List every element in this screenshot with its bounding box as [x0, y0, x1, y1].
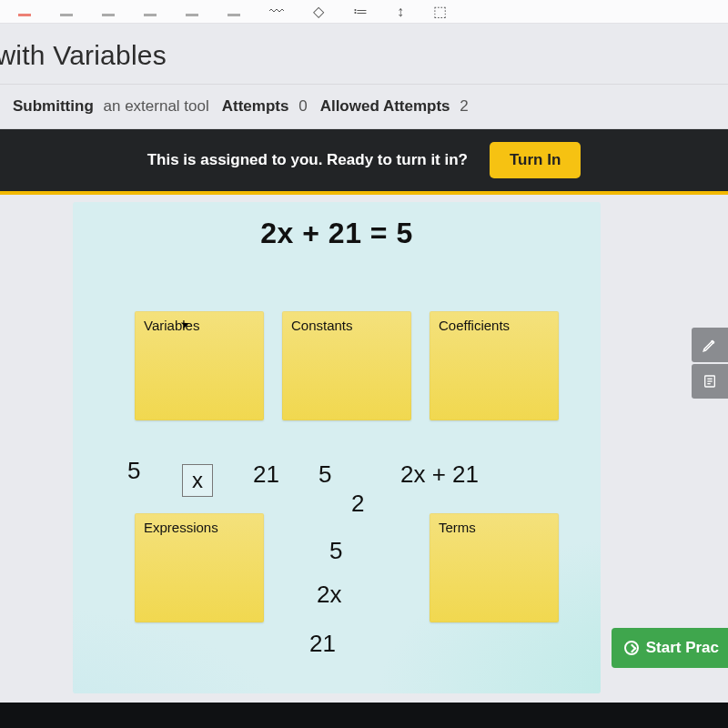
tool-icon[interactable]: ≔ — [353, 3, 368, 20]
activity-canvas[interactable]: 2x + 21 = 5 Variables ➤ Constants Coeffi… — [73, 202, 601, 693]
sticky-label: Coefficients — [430, 311, 559, 339]
turn-in-prompt: This is assigned to you. Ready to turn i… — [147, 151, 468, 169]
attempts-value: 0 — [298, 97, 307, 115]
sticky-label: Constants — [282, 311, 411, 339]
side-tool-rail — [692, 328, 728, 399]
allowed-attempts-label: Allowed Attempts — [320, 97, 450, 115]
turn-in-bar: This is assigned to you. Ready to turn i… — [0, 129, 728, 195]
tool-icon[interactable]: ◇ — [313, 3, 324, 20]
chip-21[interactable]: 21 — [253, 460, 279, 489]
attempts-label: Attempts — [222, 97, 289, 115]
start-practice-button[interactable]: Start Prac — [612, 628, 728, 668]
assignment-meta: 00 Submitting an external tool Attempts … — [0, 85, 728, 129]
chip-2x[interactable]: 2x — [317, 581, 341, 609]
notes-icon[interactable] — [692, 364, 728, 399]
sticky-label: Expressions — [135, 513, 264, 541]
start-practice-label: Start Prac — [646, 639, 719, 657]
submitting-value: an external tool — [104, 97, 209, 115]
tool-icon[interactable]: ↕ — [397, 4, 404, 20]
check-circle-icon — [624, 641, 639, 655]
page-title: ons with Variables — [0, 24, 728, 85]
submitting-label: Submitting — [13, 97, 94, 115]
sticky-variables[interactable]: Variables ➤ — [135, 311, 264, 420]
chip-x-boxed[interactable]: x — [182, 464, 213, 497]
pencil-icon[interactable] — [692, 328, 728, 362]
tool-icon[interactable]: ⬚ — [433, 3, 447, 20]
chip-5[interactable]: 5 — [127, 457, 140, 485]
chip-2[interactable]: 2 — [351, 490, 364, 518]
editor-toolbar: 〰 ◇ ≔ ↕ ⬚ — [0, 0, 728, 24]
sticky-expressions[interactable]: Expressions — [135, 513, 264, 622]
screen-bezel — [0, 703, 728, 728]
sticky-label: Terms — [430, 513, 559, 541]
turn-in-button[interactable]: Turn In — [490, 142, 581, 178]
chip-expression[interactable]: 2x + 21 — [400, 460, 479, 489]
chip-5[interactable]: 5 — [318, 460, 331, 489]
sticky-label: Variables — [135, 311, 264, 339]
allowed-attempts-value: 2 — [460, 97, 468, 115]
tool-icon[interactable]: 〰 — [269, 4, 284, 20]
sticky-constants[interactable]: Constants — [282, 311, 411, 420]
sticky-coefficients[interactable]: Coefficients — [430, 311, 559, 420]
chip-21[interactable]: 21 — [309, 630, 336, 658]
sticky-terms[interactable]: Terms — [430, 513, 559, 622]
equation-display: 2x + 21 = 5 — [73, 217, 601, 250]
chip-5[interactable]: 5 — [329, 537, 342, 565]
